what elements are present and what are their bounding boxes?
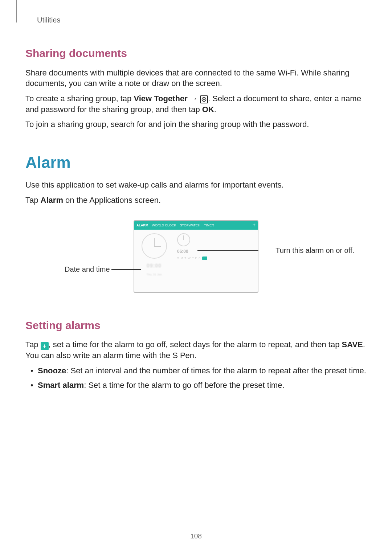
sharing-p3: To join a sharing group, search for and … — [25, 119, 367, 130]
alarm-p2: Tap Alarm on the Applications screen. — [25, 195, 367, 206]
callout-line-left — [111, 269, 141, 270]
text: , set a time for the alarm to go off, se… — [49, 340, 342, 349]
alarm-app-label: Alarm — [41, 196, 63, 205]
device-left-panel: 09:00 Thu, 31 Jan — [134, 230, 174, 292]
sharing-p1: Share documents with multiple devices th… — [25, 67, 367, 89]
plus-icon: + — [41, 342, 49, 350]
days-text: S M T W T F S — [177, 257, 201, 260]
detail-alarm-time: 06:00 — [177, 249, 255, 254]
callout-date-time: Date and time — [65, 264, 110, 274]
ok-label: OK — [202, 105, 214, 114]
tab-stopwatch: STOPWATCH — [180, 223, 200, 227]
text: : Set an interval and the number of time… — [66, 366, 366, 375]
alarm-figure: Date and time Turn this alarm on or off.… — [25, 217, 367, 296]
snooze-label: Snooze — [38, 366, 66, 375]
text: . — [214, 105, 216, 114]
header-divider — [16, 0, 17, 22]
text: Tap — [25, 340, 41, 349]
save-label: SAVE — [342, 340, 363, 349]
sharing-documents-heading: Sharing documents — [25, 46, 367, 61]
view-together-label: View Together — [134, 94, 187, 103]
header-section-name: Utilities — [37, 15, 367, 25]
callout-toggle: Turn this alarm on or off. — [275, 246, 354, 255]
text: To create a sharing group, tap — [25, 94, 134, 103]
setting-p1: Tap +, set a time for the alarm to go of… — [25, 339, 367, 361]
alarm-heading: Alarm — [25, 152, 367, 173]
alarm-list-sub: Thu, 31 Jan — [146, 273, 162, 277]
share-group-icon — [200, 95, 208, 103]
device-screenshot: ALARM WORLD CLOCK STOPWATCH TIMER + 09:0… — [134, 220, 258, 293]
alarm-toggle-icon — [202, 257, 207, 260]
small-clock-icon — [177, 233, 190, 246]
setting-alarms-heading: Setting alarms — [25, 318, 367, 333]
text: : Set a time for the alarm to go off bef… — [84, 381, 284, 390]
alarm-p1: Use this application to set wake-up call… — [25, 180, 367, 190]
list-item: Snooze: Set an interval and the number o… — [38, 365, 367, 376]
tab-timer: TIMER — [204, 223, 214, 227]
text: Tap — [25, 196, 41, 205]
tab-world-clock: WORLD CLOCK — [152, 223, 176, 227]
text: → — [188, 94, 200, 103]
sharing-p2: To create a sharing group, tap View Toge… — [25, 93, 367, 115]
detail-alarm-days: S M T W T F S — [177, 257, 255, 260]
device-tabbar: ALARM WORLD CLOCK STOPWATCH TIMER + — [134, 221, 258, 230]
add-alarm-icon: + — [253, 222, 256, 229]
page-number: 108 — [0, 532, 392, 541]
tab-alarm: ALARM — [136, 223, 148, 227]
device-right-panel: 06:00 S M T W T F S — [174, 230, 258, 292]
smart-alarm-label: Smart alarm — [38, 381, 84, 390]
alarm-list-time: 09:00 — [147, 262, 162, 269]
analog-clock-icon — [142, 233, 167, 259]
callout-line-right — [197, 250, 258, 251]
text: on the Applications screen. — [63, 196, 161, 205]
list-item: Smart alarm: Set a time for the alarm to… — [38, 380, 367, 391]
setting-bullets: Snooze: Set an interval and the number o… — [25, 365, 367, 390]
